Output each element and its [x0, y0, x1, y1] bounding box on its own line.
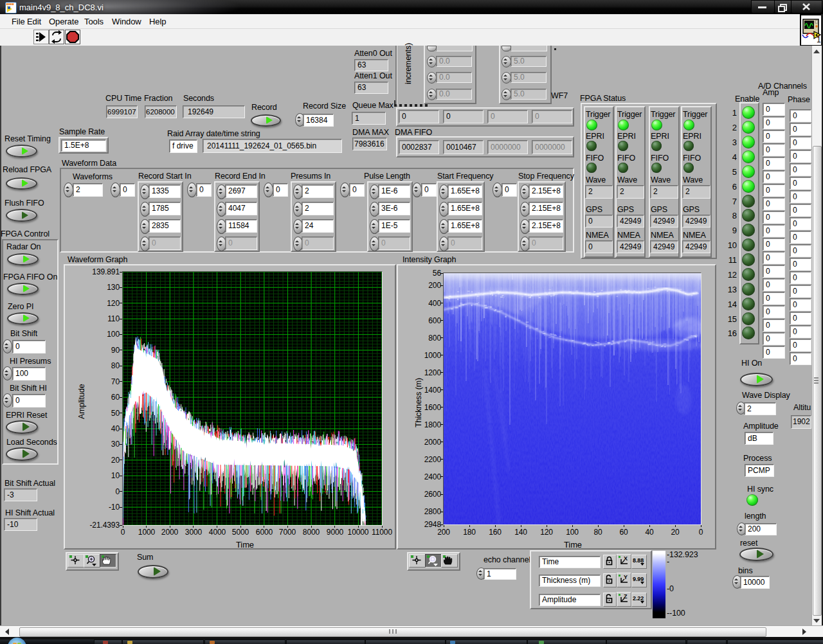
svg-text:1: 1 — [817, 35, 821, 44]
svg-text:Z: Z — [624, 593, 628, 600]
svg-text:X: X — [624, 555, 628, 562]
svg-text:Y: Y — [624, 574, 628, 580]
